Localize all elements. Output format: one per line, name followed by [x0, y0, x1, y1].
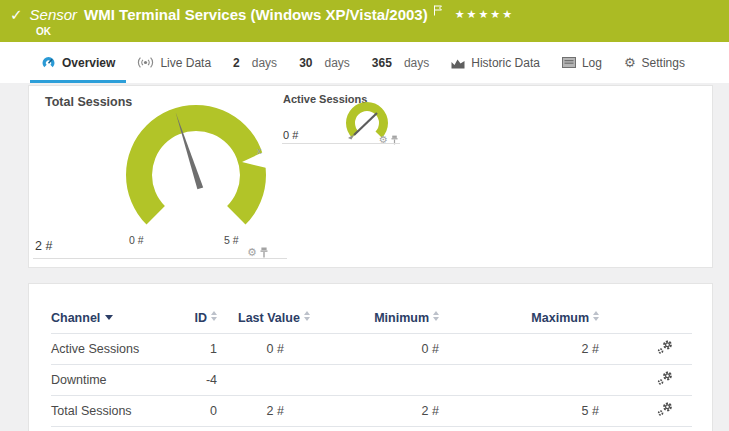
channel-minimum: [284, 365, 439, 396]
pin-icon[interactable]: [391, 131, 398, 149]
sensor-status-badge: OK: [36, 26, 51, 37]
live-data-icon: [137, 56, 154, 69]
channel-maximum: 2 #: [439, 334, 599, 365]
channel-id: 0: [171, 396, 217, 427]
tab-log[interactable]: Log: [551, 42, 613, 83]
table-row: Active Sessions 1 0 # 0 # 2 #: [51, 334, 692, 365]
flag-icon[interactable]: [433, 2, 443, 20]
sort-icon: [433, 311, 439, 321]
channel-settings-gears-icon[interactable]: [657, 375, 674, 389]
table-header-row: Channel ID Last Value Minimum Maximum: [51, 294, 692, 334]
overview-gauges-panel: Total Sessions x 0 # 5 # 2 # ⚙ Active Se…: [28, 85, 713, 268]
channel-maximum: 5 #: [439, 396, 599, 427]
tab-30-days[interactable]: 30days: [288, 42, 361, 83]
gauge-underline: [282, 143, 400, 144]
channel-name[interactable]: Downtime: [51, 365, 171, 396]
tab-historic-data[interactable]: Historic Data: [440, 42, 551, 83]
channel-last-value: 2 #: [217, 396, 284, 427]
channels-table: Channel ID Last Value Minimum Maximum Ac…: [51, 294, 692, 427]
log-icon: [562, 57, 576, 68]
sort-icon: [211, 311, 217, 321]
gear-icon: ⚙: [624, 55, 636, 70]
chart-icon: [451, 57, 465, 69]
active-sessions-current-value: 0 #: [283, 129, 298, 141]
status-ok-check-icon: ✓: [10, 6, 23, 24]
channel-minimum: 0 #: [284, 334, 439, 365]
sort-icon: [593, 311, 599, 321]
tab-365-days[interactable]: 365days: [361, 42, 440, 83]
table-row: Downtime -4: [51, 365, 692, 396]
total-sessions-current-value: 2 #: [35, 239, 52, 253]
gauge-limit-marker-label: x: [257, 146, 262, 156]
channel-minimum: 2 #: [284, 396, 439, 427]
gauge-underline: [33, 258, 287, 259]
tab-bar: Overview Live Data 2days 30days 365days …: [0, 42, 729, 83]
pin-icon[interactable]: [260, 244, 268, 262]
channel-last-value: [217, 365, 284, 396]
sort-desc-icon: [105, 315, 113, 320]
channel-settings-gears-icon[interactable]: [657, 406, 674, 420]
priority-stars[interactable]: ★★★★★: [455, 8, 514, 21]
total-sessions-gauge: [124, 103, 269, 238]
total-sessions-gauge-controls: ⚙: [247, 244, 268, 262]
gauge-scale-min: 0 #: [129, 234, 144, 246]
gear-icon[interactable]: ⚙: [247, 248, 257, 258]
column-header-actions: [599, 294, 692, 334]
sort-icon: [304, 311, 310, 321]
tab-settings[interactable]: ⚙ Settings: [613, 42, 696, 83]
sensor-header-bar: ✓ Sensor WMI Terminal Services (Windows …: [0, 0, 729, 42]
active-sessions-gauge-controls: ⚙: [379, 131, 398, 149]
tab-2-days[interactable]: 2days: [222, 42, 288, 83]
channel-settings-gears-icon[interactable]: [657, 344, 674, 358]
gauge-scale-max: 5 #: [224, 234, 239, 246]
column-header-maximum[interactable]: Maximum: [439, 294, 599, 334]
sensor-title: WMI Terminal Services (Windows XP/Vista/…: [84, 6, 428, 23]
column-header-id[interactable]: ID: [171, 294, 217, 334]
channel-name[interactable]: Active Sessions: [51, 334, 171, 365]
sensor-kind-label: Sensor: [30, 6, 78, 23]
gauge-icon: [41, 56, 56, 69]
channel-last-value: 0 #: [217, 334, 284, 365]
tab-overview[interactable]: Overview: [30, 42, 126, 83]
channel-id: -4: [171, 365, 217, 396]
total-sessions-gauge-title: Total Sessions: [45, 95, 132, 109]
channels-table-panel: Channel ID Last Value Minimum Maximum Ac…: [28, 283, 713, 431]
channel-id: 1: [171, 334, 217, 365]
channel-name[interactable]: Total Sessions: [51, 396, 171, 427]
column-header-last-value[interactable]: Last Value: [217, 294, 284, 334]
tab-live-data[interactable]: Live Data: [126, 42, 222, 83]
column-header-channel[interactable]: Channel: [51, 294, 171, 334]
table-row: Total Sessions 0 2 # 2 # 5 #: [51, 396, 692, 427]
channel-maximum: [439, 365, 599, 396]
